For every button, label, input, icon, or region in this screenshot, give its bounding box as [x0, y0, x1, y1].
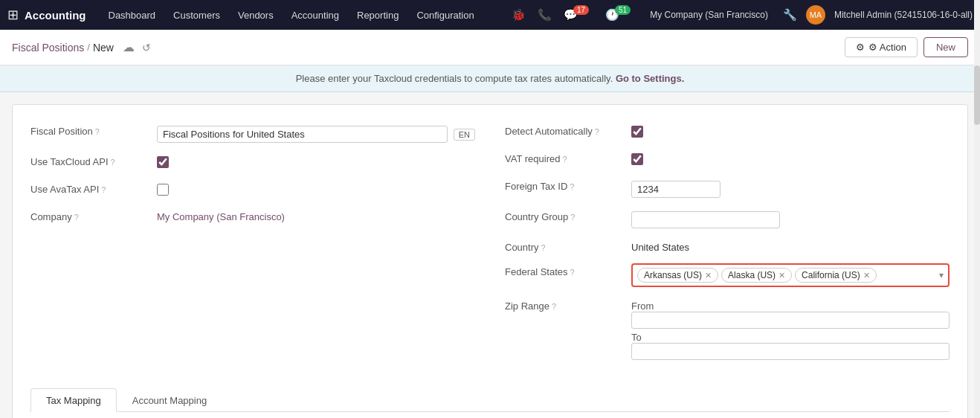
tab-account-mapping[interactable]: Account Mapping — [117, 388, 222, 412]
company-row: Company ? My Company (San Francisco) — [30, 208, 475, 222]
avatar: MA — [806, 5, 825, 25]
lang-badge[interactable]: EN — [454, 129, 475, 141]
phone-icon[interactable]: 📞 — [535, 5, 555, 25]
clock-badge: 51 — [615, 5, 631, 15]
country-group-help[interactable]: ? — [570, 213, 575, 222]
taxcloud-row: Use TaxCloud API ? — [30, 153, 475, 170]
taxcloud-value — [157, 153, 475, 170]
nav-vendors[interactable]: Vendors — [231, 7, 281, 24]
chat-badge: 17 — [573, 5, 589, 15]
fiscal-position-input[interactable] — [157, 126, 448, 143]
foreign-tax-label: Foreign Tax ID ? — [505, 178, 624, 192]
tab-content-tax-mapping: Tax on Product Tax to Apply Add a line — [30, 412, 950, 418]
fiscal-position-row: Fiscal Position ? EN — [30, 123, 475, 143]
undo-icon[interactable]: ↺ — [142, 42, 151, 54]
banner-text: Please enter your Taxcloud credentials t… — [296, 73, 613, 84]
company-name: My Company (San Francisco) — [650, 10, 768, 20]
info-banner: Please enter your Taxcloud credentials t… — [0, 65, 980, 92]
new-button[interactable]: New — [923, 37, 968, 57]
company-value: My Company (San Francisco) — [157, 208, 475, 222]
user-name: Mitchell Admin (52415106-16-0-all) — [834, 10, 973, 20]
avatax-help[interactable]: ? — [101, 185, 106, 194]
breadcrumb-link[interactable]: Fiscal Positions — [12, 42, 84, 54]
company-help[interactable]: ? — [74, 213, 79, 222]
header-actions: ⚙ ⚙ Action New — [845, 37, 968, 57]
app-grid-icon[interactable]: ⊞ — [7, 7, 19, 23]
taxcloud-checkbox[interactable] — [157, 156, 169, 168]
zip-range-row: Zip Range ? From To — [505, 298, 950, 360]
state-tag-arkansas-label: Arkansas (US) — [644, 270, 702, 280]
federal-states-label: Federal States ? — [505, 263, 624, 277]
zip-range-value: From To — [631, 298, 950, 360]
form-columns: Fiscal Position ? EN Use TaxCloud API ? — [30, 123, 950, 370]
app-name: Accounting — [25, 9, 86, 22]
form-container: Fiscal Position ? EN Use TaxCloud API ? — [0, 92, 980, 418]
action-button[interactable]: ⚙ ⚙ Action — [845, 37, 918, 57]
avatax-label: Use AvaTax API ? — [30, 181, 149, 195]
detect-auto-help[interactable]: ? — [595, 127, 599, 136]
foreign-tax-help[interactable]: ? — [570, 182, 574, 191]
taxcloud-label: Use TaxCloud API ? — [30, 153, 149, 167]
company-link[interactable]: My Company (San Francisco) — [157, 211, 285, 222]
taxcloud-help[interactable]: ? — [111, 158, 115, 167]
federal-states-input[interactable]: Arkansas (US) ✕ Alaska (US) ✕ California… — [631, 263, 950, 287]
zip-from-container: From — [631, 300, 950, 329]
form-left-col: Fiscal Position ? EN Use TaxCloud API ? — [30, 123, 475, 370]
banner-link[interactable]: Go to Settings. — [616, 73, 684, 84]
avatax-checkbox[interactable] — [157, 184, 169, 196]
gear-icon: ⚙ — [856, 42, 865, 53]
form-right-col: Detect Automatically ? VAT required ? — [505, 123, 950, 370]
state-tag-arkansas-remove[interactable]: ✕ — [705, 271, 712, 280]
zip-to-container: To — [631, 332, 950, 360]
nav-configuration[interactable]: Configuration — [409, 7, 481, 24]
country-group-input[interactable] — [631, 211, 780, 228]
bug-icon[interactable]: 🐞 — [509, 5, 529, 25]
action-label: ⚙ Action — [868, 42, 906, 53]
federal-states-help[interactable]: ? — [570, 268, 575, 277]
country-label: Country ? — [505, 239, 624, 253]
breadcrumb: Fiscal Positions / New ☁ ↺ — [12, 40, 845, 54]
fiscal-position-help[interactable]: ? — [95, 127, 100, 136]
country-value: United States — [631, 239, 950, 253]
foreign-tax-value — [631, 178, 950, 198]
state-tag-alaska: Alaska (US) ✕ — [721, 268, 792, 283]
nav-icons-group: 🐞 📞 💬17 🕐51 My Company (San Francisco) 🔧… — [509, 5, 973, 25]
form-card: Fiscal Position ? EN Use TaxCloud API ? — [12, 104, 968, 418]
scrollbar-thumb[interactable] — [974, 65, 980, 125]
cloud-save-icon[interactable]: ☁ — [123, 40, 135, 54]
tools-icon[interactable]: 🔧 — [780, 5, 800, 25]
state-tag-alaska-label: Alaska (US) — [728, 270, 776, 280]
vat-required-help[interactable]: ? — [562, 155, 567, 164]
country-text: United States — [631, 242, 689, 253]
detect-auto-checkbox[interactable] — [631, 126, 643, 138]
scrollbar-track — [974, 0, 980, 418]
country-group-row: Country Group ? — [505, 208, 950, 228]
states-search-input[interactable] — [880, 270, 936, 281]
nav-dashboard[interactable]: Dashboard — [101, 7, 164, 24]
vat-required-checkbox[interactable] — [631, 153, 643, 165]
country-help[interactable]: ? — [541, 243, 546, 252]
zip-from-label: From — [631, 300, 654, 312]
nav-reporting[interactable]: Reporting — [349, 7, 406, 24]
foreign-tax-input[interactable] — [631, 181, 721, 198]
country-row: Country ? United States — [505, 239, 950, 253]
zip-from-input[interactable] — [631, 312, 950, 329]
chat-icon[interactable]: 💬17 — [561, 5, 596, 25]
state-tag-california-remove[interactable]: ✕ — [863, 271, 870, 280]
nav-accounting[interactable]: Accounting — [284, 7, 346, 24]
detect-auto-label: Detect Automatically ? — [505, 123, 624, 137]
zip-range-label: Zip Range ? — [505, 298, 624, 312]
state-tag-alaska-remove[interactable]: ✕ — [778, 271, 785, 280]
tabs-container: Tax Mapping Account Mapping Tax on Produ… — [30, 388, 950, 418]
nav-customers[interactable]: Customers — [166, 7, 228, 24]
breadcrumb-separator: / — [87, 42, 90, 53]
avatax-value — [157, 181, 475, 198]
fiscal-position-label: Fiscal Position ? — [30, 123, 149, 137]
tab-tax-mapping[interactable]: Tax Mapping — [30, 388, 117, 412]
clock-icon[interactable]: 🕐51 — [602, 5, 638, 25]
state-tag-california-label: California (US) — [802, 270, 860, 280]
states-dropdown-arrow-icon[interactable]: ▾ — [939, 270, 944, 280]
state-tag-arkansas: Arkansas (US) ✕ — [637, 268, 718, 283]
zip-range-help[interactable]: ? — [552, 302, 556, 311]
zip-to-input[interactable] — [631, 343, 950, 360]
